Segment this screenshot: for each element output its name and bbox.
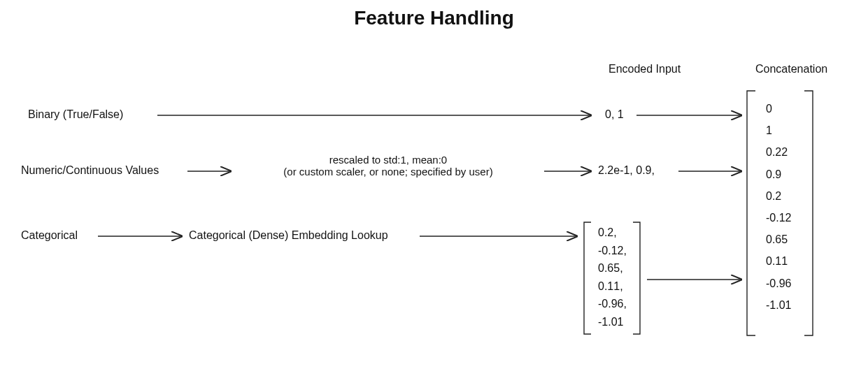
concat-6: 0.65	[766, 229, 791, 250]
label-binary: Binary (True/False)	[28, 108, 123, 121]
vec-cat-5: -1.01	[598, 313, 627, 331]
concat-5: -0.12	[766, 207, 791, 229]
label-categorical: Categorical	[21, 229, 78, 242]
transform-numeric-line1: rescaled to std:1, mean:0	[234, 154, 542, 166]
arrows-and-brackets	[0, 0, 868, 369]
concat-1: 1	[766, 120, 791, 141]
vec-cat-1: -0.12,	[598, 242, 627, 260]
concat-8: -0.96	[766, 273, 791, 294]
transform-categorical: Categorical (Dense) Embedding Lookup	[189, 229, 388, 242]
vec-cat-0: 0.2,	[598, 224, 627, 242]
transform-numeric-line2: (or custom scaler, or none; specified by…	[234, 166, 542, 178]
concat-7: 0.11	[766, 250, 791, 272]
concat-0: 0	[766, 98, 791, 120]
vec-cat-4: -0.96,	[598, 295, 627, 313]
diagram-stage: Feature Handling Encoded Input Concatena…	[0, 0, 868, 369]
vec-cat-3: 0.11,	[598, 277, 627, 296]
diagram-title: Feature Handling	[0, 7, 868, 29]
encoded-numeric: 2.2e-1, 0.9,	[598, 164, 655, 177]
transform-numeric: rescaled to std:1, mean:0 (or custom sca…	[234, 154, 542, 178]
label-numeric: Numeric/Continuous Values	[21, 164, 159, 177]
encoded-categorical-vector: 0.2, -0.12, 0.65, 0.11, -0.96, -1.01	[598, 224, 627, 331]
concat-vector: 0 1 0.22 0.9 0.2 -0.12 0.65 0.11 -0.96 -…	[766, 98, 791, 316]
concat-3: 0.9	[766, 164, 791, 185]
encoded-binary: 0, 1	[605, 108, 624, 121]
column-header-concat: Concatenation	[755, 63, 827, 75]
concat-9: -1.01	[766, 294, 791, 316]
column-header-encoded: Encoded Input	[609, 63, 681, 75]
vec-cat-2: 0.65,	[598, 259, 627, 277]
concat-4: 0.2	[766, 185, 791, 207]
concat-2: 0.22	[766, 141, 791, 163]
